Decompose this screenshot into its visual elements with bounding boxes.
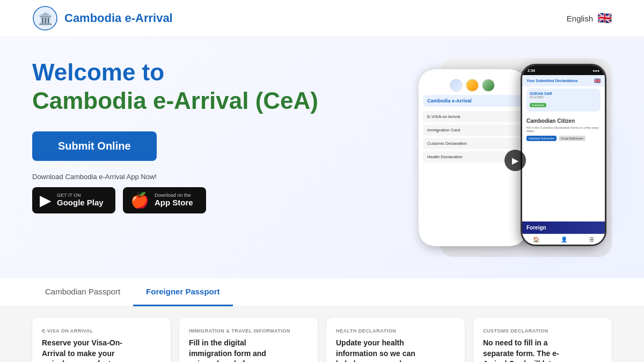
card-health-tag: HEALTH DECLARATION	[336, 328, 455, 334]
phone-menu-evisa: E-VISA on Arrival	[423, 111, 522, 122]
site-title: Cambodia e-Arrival	[64, 11, 173, 25]
cards-section: E-VISA ON ARRIVAL Reserve your Visa-On-A…	[0, 307, 644, 362]
app-store-top-text: Download on the	[155, 193, 193, 198]
phone-menu-immigration: Immigration Card	[423, 124, 522, 136]
phone-user-name: SOKHA SAR	[530, 92, 597, 95]
header: 🏛️ Cambodia e-Arrival English 🇬🇧	[0, 0, 644, 37]
card-evisa-tag: E-VISA ON ARRIVAL	[42, 328, 161, 334]
tab-foreigner-passport[interactable]: Foreigner Passport	[133, 278, 233, 306]
card-evisa: E-VISA ON ARRIVAL Reserve your Visa-On-A…	[32, 317, 171, 362]
phone-foreign-label: Foreign	[526, 225, 601, 231]
logo-container[interactable]: 🏛️ Cambodia e-Arrival	[32, 5, 173, 31]
card-immigration-tag: IMMIGRATION & TRAVEL INFORMATION	[189, 328, 308, 334]
card-customs-title: No need to fill in a separate form. The …	[483, 338, 569, 362]
google-play-main-text: Google Play	[57, 198, 104, 208]
google-play-top-text: GET IT ON	[57, 193, 104, 198]
app-store-main-text: App Store	[155, 198, 193, 208]
google-play-icon: ▶	[40, 191, 52, 209]
logo-icon: 🏛️	[32, 5, 58, 31]
language-label: English	[567, 14, 593, 23]
language-selector[interactable]: English 🇬🇧	[567, 11, 612, 25]
phone-citizen-desc: Fill in the Customs Declaration forms in…	[526, 126, 601, 132]
phone-card-status: Submitted	[530, 103, 546, 107]
passport-tabs: Cambodian Passport Foreigner Passport	[32, 278, 612, 306]
download-label: Download Cambodia e-Arrival App Now!	[32, 173, 333, 181]
card-health: HEALTH DECLARATION Update your health in…	[326, 317, 465, 362]
submit-online-button[interactable]: Submit Online	[32, 131, 157, 161]
card-customs-tag: CUSTOMS DECLARATION	[483, 328, 602, 334]
card-evisa-title: Reserve your Visa-On-Arrival to make you…	[42, 338, 128, 362]
hero-welcome-line2: Cambodia e-Arrival (CeA)	[32, 87, 333, 115]
phone-app-name: Cambodia e-Arrival	[423, 95, 522, 107]
card-customs: CUSTOMS DECLARATION No need to fill in a…	[473, 317, 612, 362]
tabs-section: Cambodian Passport Foreigner Passport	[0, 278, 644, 307]
phone-mockup-container: Cambodia e-Arrival E-VISA on Arrival Imm…	[419, 58, 612, 262]
phone-time: 2:34	[528, 69, 535, 72]
card-immigration-title: Fill in the digital immigration form and…	[189, 338, 275, 362]
phone-card-date: 12-12-2023	[530, 95, 597, 99]
phone-front: 2:34 ●●● Your Submitted Declarations 🇬🇧 …	[521, 64, 606, 246]
phone-individual-btn[interactable]: Individual Submission	[526, 136, 557, 141]
play-button[interactable]: ▶	[504, 150, 526, 171]
phone-menu-customs: Customs Declaration	[423, 138, 522, 149]
hero-section: Welcome to Cambodia e-Arrival (CeA) Subm…	[0, 37, 644, 278]
app-badges: ▶ GET IT ON Google Play 🍎 Download on th…	[32, 187, 333, 213]
card-health-title: Update your health information so we can…	[336, 338, 422, 362]
app-store-badge[interactable]: 🍎 Download on the App Store	[123, 187, 206, 213]
google-play-badge[interactable]: ▶ GET IT ON Google Play	[32, 187, 115, 213]
phone-declarations-header: Your Submitted Declarations	[526, 79, 578, 83]
card-immigration: IMMIGRATION & TRAVEL INFORMATION Fill in…	[179, 317, 318, 362]
hero-content: Welcome to Cambodia e-Arrival (CeA) Subm…	[32, 58, 333, 213]
hero-welcome-line1: Welcome to	[32, 58, 333, 87]
tab-cambodian-passport[interactable]: Cambodian Passport	[32, 278, 133, 306]
phone-citizen-title: Cambodian Citizen	[526, 118, 601, 124]
apple-icon: 🍎	[130, 191, 149, 209]
svg-text:🏛️: 🏛️	[38, 11, 53, 26]
flag-icon: 🇬🇧	[597, 11, 612, 25]
phone-group-btn[interactable]: Group Submission	[559, 136, 585, 141]
